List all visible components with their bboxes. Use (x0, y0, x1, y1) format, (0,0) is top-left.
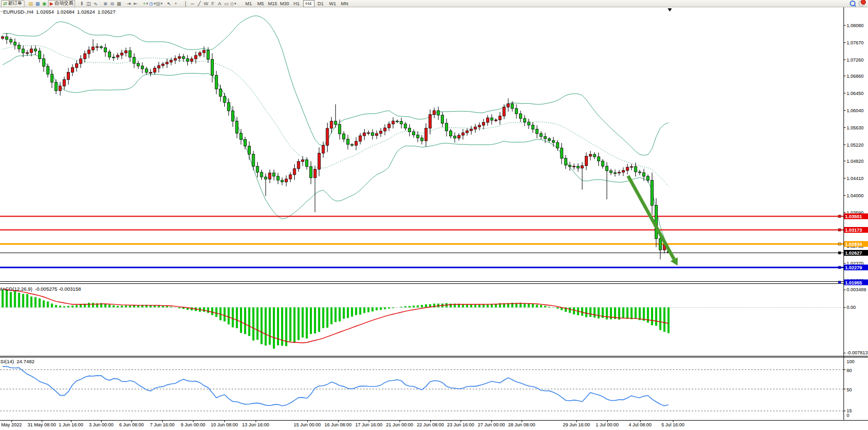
tile-windows-icon-glyph: ▦ (117, 1, 122, 7)
timeframe-m5[interactable]: M5 (255, 0, 267, 7)
timeframe-h4[interactable]: H4 (303, 0, 315, 7)
svg-text:3 Jun 00:00: 3 Jun 00:00 (89, 422, 113, 427)
bar-low: 1.02624 (77, 9, 95, 15)
svg-text:1.06040: 1.06040 (847, 108, 864, 113)
bar-chart-icon[interactable]: ǁ (78, 1, 85, 7)
svg-text:29 Jun 16:00: 29 Jun 16:00 (563, 422, 590, 427)
line-chart-icon-glyph: ∿ (93, 1, 98, 7)
line-chart-icon[interactable]: ∿ (92, 1, 99, 7)
price-label-1.02627: 1.02627 (845, 250, 862, 256)
bar-open: 1.02654 (36, 9, 54, 15)
svg-text:13 Jun 16:00: 13 Jun 16:00 (242, 422, 269, 427)
timeframe-m1[interactable]: M1 (243, 0, 255, 7)
svg-text:7 Jun 16:00: 7 Jun 16:00 (150, 422, 174, 427)
text-label-icon-glyph: A (218, 1, 221, 7)
signal-icon-glyph: ◉ (42, 1, 46, 7)
chart-window-icon[interactable]: ▦ (34, 1, 41, 7)
notifications-icon[interactable] (859, 1, 865, 6)
svg-text:1.06860: 1.06860 (847, 74, 864, 79)
svg-text:10 Jun 08:00: 10 Jun 08:00 (211, 422, 238, 427)
timeframe-d1[interactable]: D1 (315, 0, 327, 7)
zoom-in-icon-glyph: ⊕ (103, 1, 107, 7)
cursor-icon[interactable]: ↖ (166, 1, 173, 7)
svg-text:1.05630: 1.05630 (847, 125, 864, 130)
horizontal-lines[interactable] (0, 217, 843, 283)
shapes-icon-glyph: ◇ (230, 1, 234, 7)
vertical-line-icon[interactable]: │ (183, 1, 189, 7)
panel-separators[interactable] (0, 282, 868, 421)
fibonacci-icon-glyph: F (211, 1, 214, 7)
svg-text:31 May 08:00: 31 May 08:00 (28, 422, 56, 427)
indicators-add-icon-glyph: + (143, 1, 146, 7)
bollinger-bands (3, 16, 669, 249)
rsi-name: RSI(14) (0, 359, 14, 364)
price-line-labels[interactable]: 1.035011.031731.028341.026271.022791.019… (838, 213, 868, 285)
macd-label: MACD(12,26,9)-0.005275 -0.003158 (0, 286, 83, 292)
chart-shift-icon[interactable]: ⇤ (132, 1, 139, 7)
bar-chart-icon-glyph: ǁ (81, 1, 83, 7)
trendline-icon[interactable]: ╱ (196, 1, 203, 7)
chart-shift-marker[interactable] (668, 8, 672, 11)
timeframe-group: M1M5M15M30H1H4D1W1MN (243, 0, 351, 7)
chart-shift-icon-glyph: ⇤ (134, 1, 138, 7)
horizontal-line-icon-glyph: ─ (191, 1, 194, 7)
periods-icon[interactable]: ◷▾ (149, 1, 155, 7)
chart-window-icon-glyph: ▦ (35, 1, 40, 7)
timeframe-m30[interactable]: M30 (279, 0, 291, 7)
timeframe-m15[interactable]: M15 (267, 0, 279, 7)
zoom-in-icon[interactable]: ⊕ (102, 1, 108, 7)
svg-text:4 Jul 08:00: 4 Jul 08:00 (629, 422, 652, 427)
svg-text:1.08080: 1.08080 (847, 23, 864, 28)
title-marker (1, 11, 3, 11)
new-order-button[interactable]: ⇄新订单 (1, 0, 25, 7)
text-label-icon[interactable]: A (216, 1, 223, 7)
zoom-out-icon[interactable]: ⊖ (108, 1, 115, 7)
templates-icon[interactable]: ▨▾ (155, 1, 162, 7)
crosshair-icon[interactable]: + (173, 1, 179, 7)
indicators-add-icon-caret: ▾ (146, 1, 148, 7)
svg-text:17 Jun 16:00: 17 Jun 16:00 (355, 422, 382, 427)
macd-panel: 0.0034890.00-0.007813 (0, 287, 868, 355)
chart-title: EURUSD-,H41.026541.026841.026241.02627 (3, 9, 118, 15)
rect-label-icon-glyph: ▭ (224, 1, 229, 7)
indicators-add-icon[interactable]: +▾ (142, 1, 149, 7)
shapes-icon[interactable]: ◇▾ (230, 1, 237, 7)
timeframe-h1[interactable]: H1 (291, 0, 303, 7)
horizontal-line-icon[interactable]: ─ (189, 1, 196, 7)
svg-text:1.04000: 1.04000 (847, 193, 864, 198)
tile-windows-icon[interactable]: ▦ (115, 1, 122, 7)
search-icon[interactable] (850, 1, 855, 6)
trendline-icon-glyph: ╱ (198, 1, 200, 7)
svg-text:27 Jun 00:00: 27 Jun 00:00 (478, 422, 505, 427)
fibonacci-icon[interactable]: F (210, 1, 216, 7)
timeframe-w1[interactable]: W1 (327, 0, 339, 7)
time-axis: May 202231 May 08:001 Jun 16:003 Jun 00:… (1, 420, 684, 427)
bollinger-lower (3, 55, 669, 250)
chart-symbol-period: EURUSD-,H4 (3, 9, 33, 15)
timeframe-mn[interactable]: MN (339, 0, 351, 7)
candlestick-chart-icon-glyph: ◫ (87, 1, 91, 7)
elliott-wave-icon[interactable]: W (203, 1, 210, 7)
price-chart[interactable]: 1.080801.076701.072601.068601.064501.060… (0, 0, 868, 430)
autotrade-button[interactable]: ▶自动交易 (48, 0, 76, 7)
auto-scroll-icon[interactable]: ⇥ (125, 1, 132, 7)
svg-text:0.00: 0.00 (847, 305, 856, 310)
svg-text:1 Jun 16:00: 1 Jun 16:00 (58, 422, 83, 427)
hline-anchor-1.03501 (838, 215, 841, 218)
crosshair-icon-glyph: + (174, 1, 177, 7)
svg-text:0: 0 (847, 413, 849, 418)
market-watch-icon[interactable]: ▤ (28, 1, 34, 7)
rsi-label: RSI(14)24.7482 (0, 359, 37, 364)
cursor-icon-glyph: ↖ (167, 1, 171, 7)
toolbar-buttons: ⇄新订单▤▦◉▶自动交易ǁ◫∿⊕⊖▦⇥⇤+▾◷▾▨▾↖+│─╱WFA▭◇▾ (1, 0, 240, 7)
candlestick-chart-icon[interactable]: ◫ (85, 1, 92, 7)
svg-text:6 Jun 08:00: 6 Jun 08:00 (119, 422, 143, 427)
svg-text:0.003489: 0.003489 (847, 287, 866, 292)
rect-label-icon[interactable]: ▭ (223, 1, 230, 7)
svg-text:100: 100 (847, 359, 854, 364)
signal-icon[interactable]: ◉ (41, 1, 48, 7)
svg-text:1.05220: 1.05220 (847, 142, 864, 148)
macd-values: -0.005275 -0.003158 (35, 286, 81, 292)
hline-anchor-1.02279 (838, 266, 841, 269)
svg-text:1.04410: 1.04410 (847, 176, 864, 181)
